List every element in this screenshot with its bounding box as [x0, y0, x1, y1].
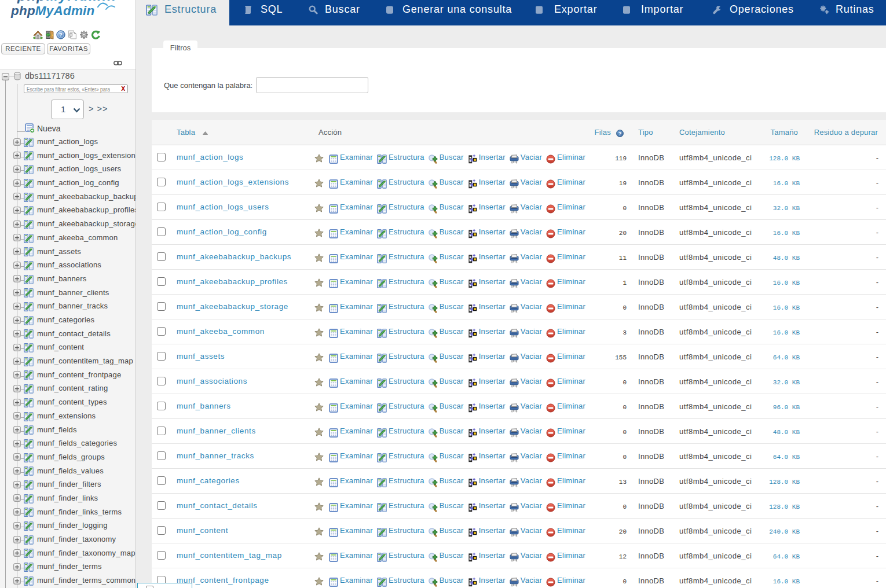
svg-text:?: ? [59, 31, 63, 38]
svg-text:?: ? [618, 131, 622, 137]
